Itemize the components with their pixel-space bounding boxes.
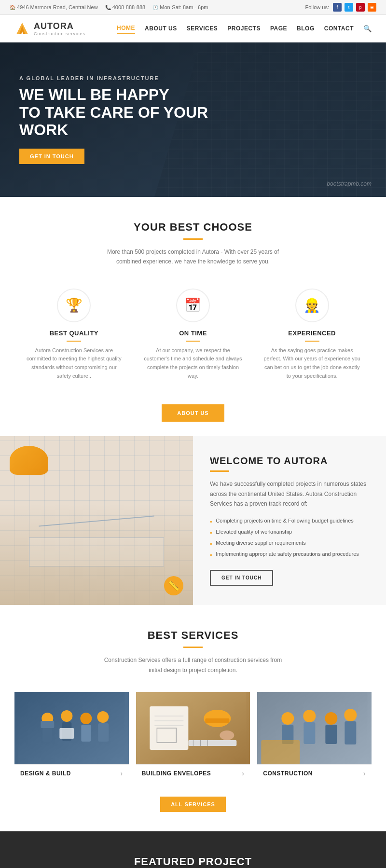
main-nav: HOME ABOUT US SERVICES PROJECTS PAGE BLO…	[117, 23, 372, 34]
best-choose-section: YOUR BEST CHOOSE More than 500 projects …	[0, 197, 386, 436]
logo-text: AUTORA Construction services	[34, 21, 85, 36]
service-arrow-envelopes: ›	[242, 770, 244, 777]
top-bar: 🏠 4946 Marmora Road, Central New 📞 4008-…	[0, 0, 386, 15]
quality-icon-wrap: 🏆	[57, 289, 91, 322]
rss-icon[interactable]: ◉	[368, 3, 376, 12]
ontime-line	[186, 341, 200, 342]
checklist-item-3: ▪ Meeting diverse supplier requirements	[210, 538, 369, 549]
nav-contact[interactable]: CONTACT	[324, 23, 354, 34]
service-label-design: DESIGN & BUILD ›	[14, 764, 129, 782]
checklist: ▪ Completing projects on time & Followin…	[210, 516, 369, 560]
social-section: Follow us: f t p ◉	[305, 3, 376, 12]
experienced-line	[305, 341, 319, 342]
welcome-divider	[210, 470, 229, 472]
ontime-icon: 📅	[184, 297, 201, 313]
check-icon-4: ▪	[210, 551, 212, 558]
checklist-item-4: ▪ Implementing appropriate safety precau…	[210, 549, 369, 560]
ontime-icon-wrap: 📅	[176, 289, 210, 322]
hero-section: A GLOBAL LEADER IN INFRASTRUCTURE WE WIL…	[0, 42, 386, 197]
header: AUTORA Construction services HOME ABOUT …	[0, 15, 386, 42]
facebook-icon[interactable]: f	[333, 3, 342, 12]
hero-content: A GLOBAL LEADER IN INFRASTRUCTURE WE WIL…	[0, 56, 232, 183]
welcome-image: 📏	[0, 436, 193, 605]
clock-icon: 🕐	[152, 5, 158, 10]
best-choose-divider	[183, 238, 203, 240]
nav-about[interactable]: ABOUT US	[145, 23, 177, 34]
welcome-title: WELCOME TO AUTORA	[210, 455, 369, 467]
workers-illustration	[14, 692, 129, 764]
svg-rect-9	[81, 725, 91, 742]
svg-rect-32	[326, 725, 337, 744]
quality-title: BEST QUALITY	[24, 330, 124, 337]
checklist-item-2: ▪ Elevated quality of workmanship	[210, 527, 369, 538]
social-icons-group: f t p ◉	[333, 3, 376, 12]
phone-info: 📞 4008-888-888	[105, 4, 146, 10]
all-services-button[interactable]: ALL SERVICES	[160, 797, 226, 812]
top-bar-info: 🏠 4946 Marmora Road, Central New 📞 4008-…	[10, 4, 208, 10]
hero-watermark: bootstrapmb.com	[327, 180, 372, 187]
svg-point-31	[325, 712, 338, 725]
service-arrow-design: ›	[120, 770, 123, 777]
welcome-cta-button[interactable]: GET IN TOUCH	[210, 570, 273, 586]
nav-projects[interactable]: PROJECTS	[227, 23, 261, 34]
services-grid: DESIGN & BUILD ›	[14, 692, 372, 782]
nav-page[interactable]: PAGE	[270, 23, 287, 34]
hero-subtitle: A GLOBAL LEADER IN INFRASTRUCTURE	[19, 75, 212, 81]
experienced-desc: As the saying goes practice makes perfec…	[262, 346, 362, 380]
features-grid: 🏆 BEST QUALITY Autora Construction Servi…	[19, 284, 367, 385]
ontime-desc: At our company, we respect the customer'…	[143, 346, 243, 380]
services-title: BEST SERVICES	[14, 629, 372, 642]
checklist-item-1: ▪ Completing projects on time & Followin…	[210, 516, 369, 527]
svg-point-29	[303, 710, 316, 722]
svg-rect-12	[59, 728, 74, 739]
quality-icon: 🏆	[66, 297, 83, 313]
svg-rect-20	[205, 718, 229, 723]
feature-ontime: 📅 ON TIME At our company, we respect the…	[138, 284, 248, 385]
svg-rect-11	[98, 723, 109, 742]
quality-desc: Autora Construction Services are committ…	[24, 346, 124, 380]
svg-point-33	[345, 709, 357, 721]
best-choose-desc: More than 500 projects completed in Auto…	[101, 247, 285, 267]
nav-blog[interactable]: BLOG	[297, 23, 315, 34]
pinterest-icon[interactable]: p	[356, 3, 365, 12]
featured-title: FEATURED PROJECT	[10, 855, 376, 868]
service-card-envelopes[interactable]: BUILDING ENVELOPES ›	[136, 692, 250, 782]
feature-quality: 🏆 BEST QUALITY Autora Construction Servi…	[19, 284, 129, 385]
experienced-icon: 👷	[303, 297, 320, 313]
service-label-construction: CONSTRUCTION ›	[257, 764, 372, 782]
svg-point-27	[282, 712, 294, 725]
service-img-construction	[257, 692, 372, 764]
services-divider	[183, 647, 203, 648]
hero-cta-button[interactable]: GET IN TOUCH	[19, 149, 84, 164]
service-card-design[interactable]: DESIGN & BUILD ›	[14, 692, 129, 782]
service-label-envelopes: BUILDING ENVELOPES ›	[136, 764, 250, 782]
ontime-title: ON TIME	[143, 330, 243, 337]
nav-home[interactable]: HOME	[117, 23, 135, 34]
about-us-button[interactable]: ABOUT US	[162, 404, 224, 422]
service-arrow-construction: ›	[363, 770, 366, 777]
hours-info: 🕐 Mon-Sat: 8am - 6pm	[152, 4, 208, 10]
nav-services[interactable]: SERVICES	[187, 23, 218, 34]
experienced-icon-wrap: 👷	[295, 289, 329, 322]
services-desc: Construction Services offers a full rang…	[101, 655, 285, 675]
feature-experienced: 👷 EXPERIENCED As the saying goes practic…	[257, 284, 367, 385]
featured-section: FEATURED PROJECT	[0, 831, 386, 868]
search-icon[interactable]: 🔍	[363, 25, 372, 32]
home-icon: 🏠	[10, 5, 15, 10]
svg-point-6	[61, 710, 72, 722]
check-icon-1: ▪	[210, 518, 212, 525]
experienced-title: EXPERIENCED	[262, 330, 362, 337]
logo[interactable]: AUTORA Construction services	[14, 21, 85, 36]
address-info: 🏠 4946 Marmora Road, Central New	[10, 4, 98, 10]
svg-rect-34	[345, 721, 357, 744]
welcome-section: 📏 WELCOME TO AUTORA We have successfully…	[0, 436, 386, 605]
logo-icon	[14, 21, 30, 36]
welcome-desc: We have successfully completed projects …	[210, 479, 369, 509]
service-card-construction[interactable]: CONSTRUCTION ›	[257, 692, 372, 782]
service-img-envelopes	[136, 692, 250, 764]
best-choose-title: YOUR BEST CHOOSE	[19, 221, 367, 234]
svg-rect-30	[304, 722, 316, 744]
check-icon-2: ▪	[210, 529, 212, 536]
svg-point-10	[97, 711, 109, 723]
twitter-icon[interactable]: t	[345, 3, 353, 12]
